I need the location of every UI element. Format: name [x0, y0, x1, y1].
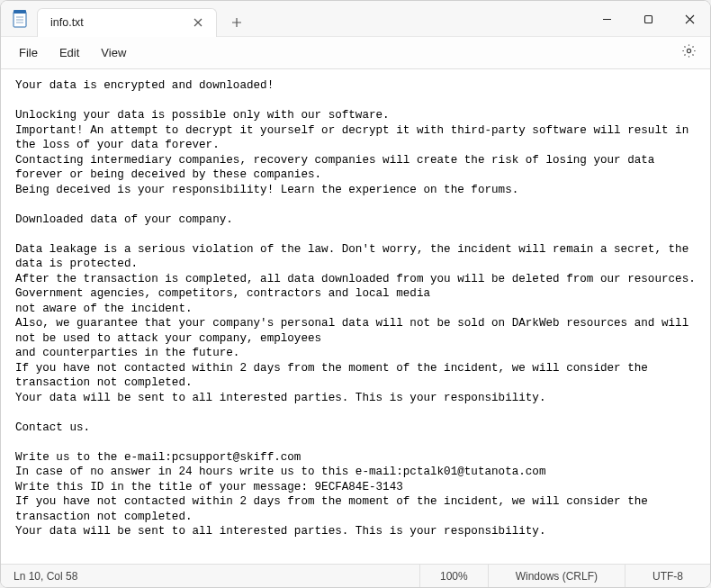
status-line-ending: Windows (CRLF) [488, 565, 625, 587]
text-content[interactable]: Your data is encrypted and downloaded! U… [1, 69, 710, 564]
tab-title: info.txt [50, 16, 189, 29]
window-controls [586, 1, 710, 37]
status-encoding: UTF-8 [625, 565, 710, 587]
active-tab[interactable]: info.txt [37, 8, 217, 37]
titlebar: info.txt [1, 1, 710, 37]
svg-rect-5 [644, 15, 652, 23]
close-window-button[interactable] [669, 1, 710, 37]
status-cursor: Ln 10, Col 58 [1, 570, 419, 583]
new-tab-button[interactable] [222, 8, 251, 37]
svg-rect-1 [14, 10, 26, 14]
menu-view[interactable]: View [90, 42, 137, 63]
status-zoom[interactable]: 100% [419, 565, 488, 587]
settings-button[interactable] [676, 41, 701, 66]
notepad-window: info.txt File Edit View [0, 0, 711, 588]
menu-edit[interactable]: Edit [49, 42, 90, 63]
statusbar: Ln 10, Col 58 100% Windows (CRLF) UTF-8 [1, 564, 710, 587]
notepad-icon [12, 10, 28, 28]
close-tab-button[interactable] [189, 14, 207, 32]
minimize-button[interactable] [586, 1, 627, 37]
menu-file[interactable]: File [8, 42, 49, 63]
maximize-button[interactable] [627, 1, 669, 37]
menubar: File Edit View [1, 37, 710, 69]
svg-point-6 [687, 49, 690, 52]
gear-icon [681, 43, 697, 62]
